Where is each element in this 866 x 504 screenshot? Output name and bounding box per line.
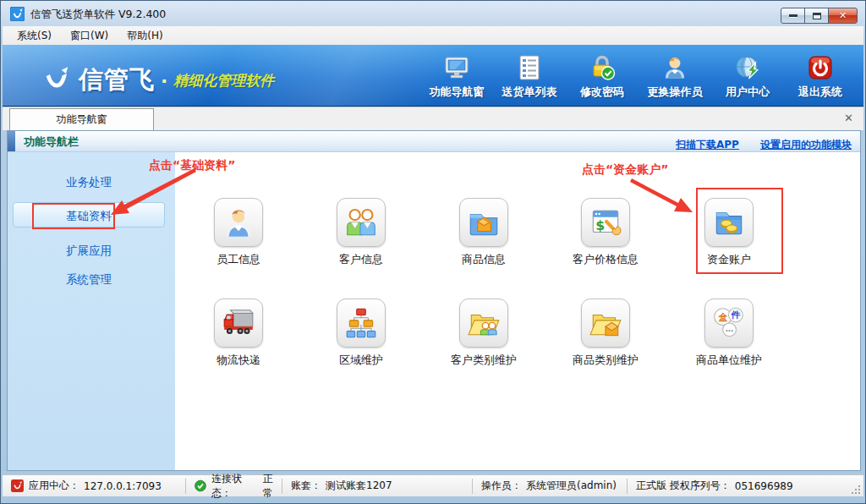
grid-cell-customer-category[interactable]: 客户类别维护 [433,299,534,368]
sidebar-item-extension[interactable]: 扩展应用 [13,238,165,263]
toolbar-button-label: 送货单列表 [502,85,557,100]
grid-cell-employee-info[interactable]: 员工信息 [188,198,289,267]
status-value: 测试账套1207 [326,479,392,493]
product-category-icon [588,305,623,341]
brand-tagline: 精细化管理软件 [173,71,274,90]
sidebar-item-business[interactable]: 业务处理 [13,169,165,194]
link-scan-download-app[interactable]: 扫描下载APP [676,139,739,151]
toolbar-button-nav-window[interactable]: 功能导航窗 [420,49,493,103]
sidebar-item-system[interactable]: 系统管理 [13,266,165,292]
exit-power-icon [806,53,835,82]
status-account-set: 账套： 测试账套1207 [282,479,472,494]
minimize-icon [789,14,797,17]
status-connection: 连接状态： 正常 [185,479,282,494]
user-center-globe-icon [733,53,762,82]
grid-cell-customer-info[interactable]: 客户信息 [310,198,412,267]
maximize-icon [813,13,821,19]
toolbar-button-switch-operator[interactable]: 更换操作员 [639,49,711,103]
status-label: 应用中心： [29,479,79,493]
status-operator: 操作员： 系统管理员(admin) [472,479,627,494]
resize-grip[interactable] [852,485,860,494]
status-label: 操作员： [481,479,522,493]
grid-cell-label: 客户类别维护 [451,353,517,368]
connected-check-icon [195,479,206,492]
toolbar-button-label: 用户中心 [726,85,770,100]
grid-cell-label: 物流快递 [216,353,260,368]
grid-cell-label: 商品类别维护 [573,353,639,368]
status-label: 正式版 授权序列号： [636,479,731,493]
grid-cell-label: 员工信息 [216,252,260,267]
toolbar-button-user-center[interactable]: 用户中心 [711,49,784,103]
grid-cell-label: 客户信息 [339,252,383,267]
annotation-note-basic-data: 点击“基础资料” [149,158,235,173]
window-title: 信管飞送货单软件 V9.2.400 [30,8,166,22]
app-logo-icon [11,479,24,492]
maximize-button[interactable] [804,8,829,24]
monitor-icon [442,53,471,82]
annotation-box-fund-account [696,188,783,274]
sidebar: 业务处理 基础资料 扩展应用 系统管理 [8,152,175,470]
employee-info-icon [221,205,256,240]
grid-cell-label: 客户价格信息 [573,252,639,267]
close-icon: ✕ [839,10,847,21]
status-value: 051696989 [735,480,793,492]
grid-cell-label: 商品信息 [462,252,506,267]
brand-logo-icon [40,64,74,96]
annotation-box-basic-data [32,203,115,229]
grid-cell-product-unit[interactable]: 盒 件 … 商品单位维护 [678,299,780,368]
customer-info-icon [343,205,379,240]
page-title: 功能导航栏 [24,134,79,150]
customer-category-icon [466,305,502,341]
toolbar-button-change-password[interactable]: 修改密码 [566,49,639,103]
brand-name: 信管飞 [79,63,155,97]
svg-text:盒: 盒 [717,312,727,323]
grid-cell-customer-price[interactable]: $ 客户价格信息 [555,198,656,267]
app-window: 信管飞送货单软件 V9.2.400 ✕ 系统(S) 窗口(W) 帮助(H) 信管… [0,0,866,504]
svg-text:$: $ [595,217,605,233]
delivery-list-icon [515,53,544,82]
menu-item-system[interactable]: 系统(S) [8,26,61,46]
status-value: 正常 [263,472,282,501]
annotation-note-fund-account: 点击“资金账户” [582,162,668,178]
toolbar-button-delivery-list[interactable]: 送货单列表 [493,49,566,103]
switch-operator-icon [660,53,689,82]
toolbar: 信管飞 · 精细化管理软件 功能导航窗 [3,45,863,107]
grid-cell-label: 区域维护 [339,353,383,368]
logistics-truck-icon [221,305,256,341]
panel-close-icon[interactable]: ✕ [844,112,853,124]
grid-cell-product-category[interactable]: 商品类别维护 [555,299,656,368]
titlebar: 信管飞送货单软件 V9.2.400 ✕ [1,1,865,26]
toolbar-button-exit[interactable]: 退出系统 [784,49,857,103]
content-panel: 功能导航栏 扫描下载APP 设置启用的功能模块 业务处理 基础资料 扩展应用 系… [7,130,861,471]
toolbar-button-label: 更换操作员 [648,85,703,100]
status-app-center: 应用中心： 127.0.0.1:7093 [3,479,185,494]
product-info-icon [466,205,502,240]
region-tree-icon [343,305,379,341]
grid-cell-region[interactable]: 区域维护 [310,299,412,368]
menu-item-help[interactable]: 帮助(H) [118,26,172,46]
minimize-button[interactable] [781,8,805,24]
toolbar-button-label: 退出系统 [798,85,842,100]
close-button[interactable]: ✕ [828,8,858,24]
grid-cell-product-info[interactable]: 商品信息 [433,198,534,267]
svg-text:…: … [726,325,733,334]
grid-cell-logistics[interactable]: 物流快递 [188,299,289,368]
nav-header: 功能导航栏 扫描下载APP 设置启用的功能模块 [8,131,860,152]
status-label: 连接状态： [211,472,259,501]
grid-cell-label: 商品单位维护 [696,353,762,368]
brand: 信管飞 · 精细化管理软件 [40,63,274,97]
tabstrip: 功能导航窗 ✕ [3,107,863,130]
tab-nav-window[interactable]: 功能导航窗 [9,108,154,130]
toolbar-button-label: 功能导航窗 [430,85,485,100]
customer-price-icon: $ [588,205,623,240]
toolbar-button-label: 修改密码 [580,85,624,100]
nav-accent-bar [8,131,15,151]
product-unit-icon: 盒 件 … [711,305,747,341]
status-value: 127.0.0.1:7093 [84,480,162,492]
password-lock-icon [588,53,617,82]
status-label: 账套： [291,479,321,493]
menu-item-window[interactable]: 窗口(W) [61,26,118,46]
link-enable-modules[interactable]: 设置启用的功能模块 [760,139,852,151]
statusbar: 应用中心： 127.0.0.1:7093 连接状态： 正常 账套： 测试账套12… [3,474,863,496]
toolbar-buttons: 功能导航窗 送货单列表 [420,49,857,103]
